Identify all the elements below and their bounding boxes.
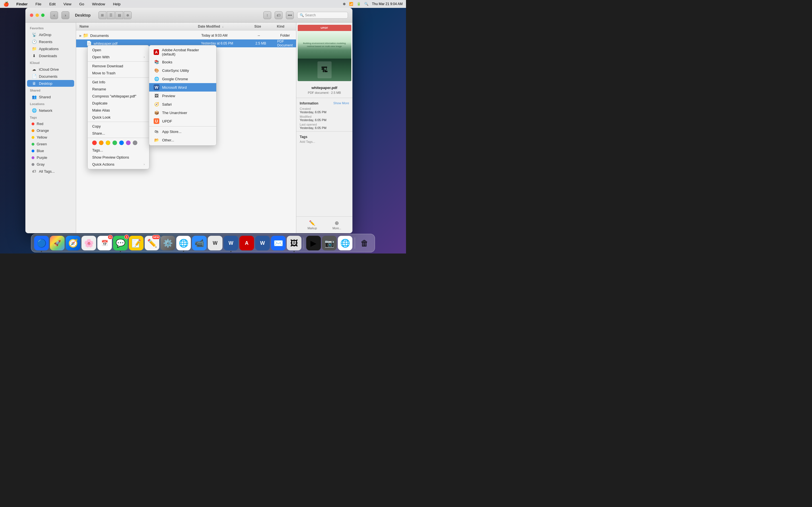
tag-dot-green[interactable] bbox=[112, 140, 117, 145]
dock-acrobat[interactable]: A bbox=[239, 236, 254, 250]
dock-freeform[interactable]: ✏️ NEW bbox=[145, 236, 159, 250]
cm-quick-look[interactable]: Quick Look bbox=[88, 114, 149, 121]
cm-share[interactable]: Share... bbox=[88, 130, 149, 137]
sidebar-item-yellow[interactable]: Yellow bbox=[27, 134, 74, 140]
cm-copy[interactable]: Copy bbox=[88, 123, 149, 130]
markup-button[interactable]: ✏️ Markup bbox=[308, 220, 317, 230]
menubar-view[interactable]: View bbox=[62, 1, 73, 7]
cm-duplicate[interactable]: Duplicate bbox=[88, 100, 149, 107]
close-button[interactable] bbox=[30, 13, 33, 17]
menubar-help[interactable]: Help bbox=[111, 1, 122, 7]
cm-compress[interactable]: Compress "whitepaper.pdf" bbox=[88, 93, 149, 100]
cm-get-info[interactable]: Get Info bbox=[88, 78, 149, 86]
gallery-view-button[interactable]: ⊕ bbox=[124, 11, 132, 19]
submenu-the-unarchiver[interactable]: 📦 The Unarchiver bbox=[149, 108, 216, 117]
control-center-icon[interactable]: ⊕ bbox=[343, 2, 346, 6]
dock-zoom[interactable]: 📹 bbox=[192, 236, 207, 250]
dock-system-prefs[interactable]: ⚙️ bbox=[160, 236, 175, 250]
cm-make-alias[interactable]: Make Alias bbox=[88, 107, 149, 114]
show-more-button[interactable]: Show More bbox=[333, 101, 349, 105]
dock-wps[interactable]: W bbox=[208, 236, 222, 250]
dock-notes[interactable]: 📝 bbox=[129, 236, 144, 250]
submenu-books[interactable]: 📚 Books bbox=[149, 58, 216, 66]
minimize-button[interactable] bbox=[36, 13, 39, 17]
dock-safari[interactable]: 🧭 bbox=[66, 236, 80, 250]
dock-photos[interactable]: 🌸 bbox=[82, 236, 96, 250]
sidebar-item-desktop[interactable]: 🖥 Desktop bbox=[27, 80, 74, 87]
column-date-header[interactable]: Date Modified ↓ bbox=[198, 24, 254, 29]
dock-word2[interactable]: W bbox=[255, 236, 270, 250]
forward-button[interactable]: › bbox=[61, 11, 69, 19]
dock-chrome2[interactable]: 🌐 bbox=[338, 236, 352, 250]
cm-rename[interactable]: Rename bbox=[88, 86, 149, 93]
tag-dot-purple[interactable] bbox=[126, 140, 131, 145]
tag-dot-gray[interactable] bbox=[133, 140, 137, 145]
dock-launchpad[interactable]: 🚀 bbox=[50, 236, 64, 250]
cm-remove-download[interactable]: Remove Download bbox=[88, 62, 149, 69]
column-kind-header[interactable]: Kind bbox=[277, 24, 293, 29]
sidebar-item-network[interactable]: 🌐 Network bbox=[27, 107, 74, 114]
cm-move-to-trash[interactable]: Move to Trash bbox=[88, 69, 149, 76]
cm-tags[interactable]: Tags... bbox=[88, 147, 149, 154]
dock-word[interactable]: W bbox=[223, 236, 238, 250]
back-button[interactable]: ‹ bbox=[50, 11, 58, 19]
more-preview-button[interactable]: ⊕ More... bbox=[333, 220, 341, 230]
sidebar-item-downloads[interactable]: ⬇ Downloads bbox=[27, 52, 74, 59]
submenu-app-store[interactable]: 🛍 App Store... bbox=[149, 127, 216, 136]
sidebar-item-purple[interactable]: Purple bbox=[27, 154, 74, 161]
dock-chrome[interactable]: 🌐 bbox=[176, 236, 191, 250]
tag-dot-orange[interactable] bbox=[99, 140, 103, 145]
cm-show-preview-options[interactable]: Show Preview Options bbox=[88, 154, 149, 161]
more-actions-button[interactable]: ••• bbox=[286, 11, 294, 19]
dock-calendar[interactable]: 📅 21 bbox=[97, 236, 112, 250]
sidebar-item-blue[interactable]: Blue bbox=[27, 148, 74, 154]
list-view-button[interactable]: ☰ bbox=[107, 11, 115, 19]
sidebar-item-recents[interactable]: 🕐 Recents bbox=[27, 38, 74, 45]
apple-menu-icon[interactable]: 🍎 bbox=[3, 1, 9, 7]
sidebar-item-applications[interactable]: 📁 Applications bbox=[27, 45, 74, 52]
submenu-adobe-acrobat[interactable]: A Adobe Acrobat Reader (default) bbox=[149, 47, 216, 58]
tag-dot-yellow[interactable] bbox=[106, 140, 110, 145]
column-view-button[interactable]: ▤ bbox=[115, 11, 123, 19]
column-size-header[interactable]: Size bbox=[254, 24, 277, 29]
share-button[interactable]: ↑ bbox=[263, 11, 271, 19]
dock-messages[interactable]: 💬 1 bbox=[113, 236, 128, 250]
submenu-safari[interactable]: 🧭 Safari bbox=[149, 100, 216, 108]
add-tags-button[interactable]: Add Tags... bbox=[300, 140, 349, 144]
submenu-updf[interactable]: U UPDF bbox=[149, 117, 216, 125]
dock-screenshot[interactable]: 📷 bbox=[322, 236, 337, 250]
menubar-finder[interactable]: Finder bbox=[15, 1, 29, 7]
menubar-edit[interactable]: Edit bbox=[48, 1, 57, 7]
sidebar-item-documents[interactable]: 📄 Documents bbox=[27, 73, 74, 80]
sidebar-item-all-tags[interactable]: 🏷 All Tags... bbox=[27, 168, 74, 175]
sidebar-item-shared[interactable]: 👥 Shared bbox=[27, 94, 74, 100]
tag-button[interactable]: 🏷 bbox=[274, 11, 283, 19]
cm-open[interactable]: Open bbox=[88, 47, 149, 54]
dock-iina[interactable]: ▶ bbox=[306, 236, 321, 250]
menubar-file[interactable]: File bbox=[34, 1, 43, 7]
column-name-header[interactable]: Name bbox=[80, 24, 198, 29]
sidebar-item-gray[interactable]: Gray bbox=[27, 161, 74, 168]
sidebar-item-airdrop[interactable]: 📡 AirDrop bbox=[27, 31, 74, 38]
menubar-go[interactable]: Go bbox=[78, 1, 86, 7]
dock-finder[interactable]: 🔵 bbox=[34, 236, 49, 250]
dock-trash[interactable]: 🗑 bbox=[357, 236, 372, 250]
sidebar-item-icloud-drive[interactable]: ☁ iCloud Drive bbox=[27, 66, 74, 73]
wifi-status-icon[interactable]: 📶 bbox=[349, 2, 353, 6]
submenu-preview[interactable]: 🖼 Preview bbox=[149, 92, 216, 100]
submenu-colorsync[interactable]: 🎨 ColorSync Utility bbox=[149, 66, 216, 75]
submenu-google-chrome[interactable]: 🌐 Google Chrome bbox=[149, 75, 216, 83]
file-row-documents[interactable]: ▶ 📁 Documents Today at 9:03 AM -- Folder bbox=[76, 32, 296, 40]
cm-open-with[interactable]: Open With › bbox=[88, 54, 149, 61]
search-icon[interactable]: 🔍 bbox=[364, 2, 368, 6]
sidebar-item-orange[interactable]: Orange bbox=[27, 127, 74, 134]
fullscreen-button[interactable] bbox=[41, 13, 45, 17]
sidebar-item-red[interactable]: Red bbox=[27, 121, 74, 127]
dock-preview[interactable]: 🖼 bbox=[287, 236, 301, 250]
cm-quick-actions[interactable]: Quick Actions › bbox=[88, 161, 149, 168]
menubar-window[interactable]: Window bbox=[90, 1, 107, 7]
tag-dot-blue[interactable] bbox=[119, 140, 124, 145]
battery-icon[interactable]: 🔋 bbox=[357, 2, 361, 6]
sidebar-item-green[interactable]: Green bbox=[27, 141, 74, 147]
submenu-microsoft-word[interactable]: W Microsoft Word bbox=[149, 83, 216, 92]
